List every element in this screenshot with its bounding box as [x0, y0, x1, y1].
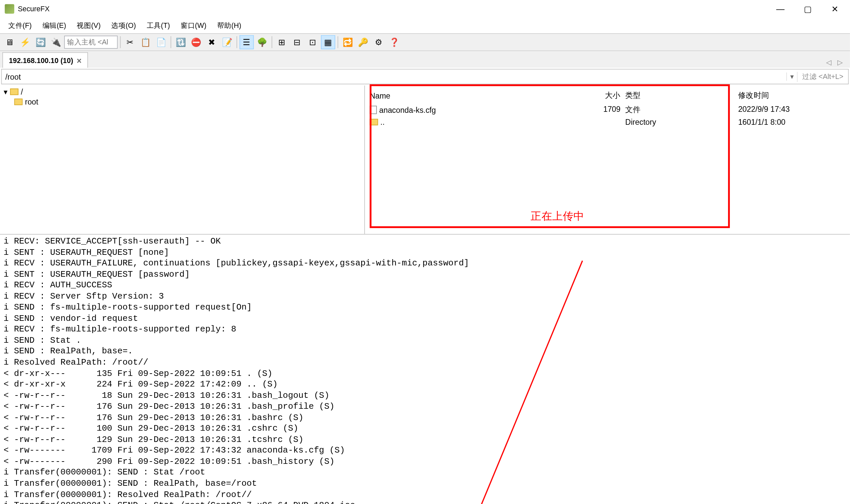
menu-options[interactable]: 选项(O)	[107, 19, 141, 32]
layout3-icon[interactable]: ⊡	[306, 35, 320, 50]
tab-next-icon[interactable]: ▷	[835, 57, 845, 68]
file-name: anaconda-ks.cfg	[379, 106, 436, 114]
col-type[interactable]: 类型	[625, 90, 738, 101]
menu-window[interactable]: 窗口(W)	[176, 19, 211, 32]
properties-icon[interactable]: 📝	[220, 35, 234, 50]
file-type: Directory	[625, 118, 738, 126]
minimize-button[interactable]: —	[767, 0, 794, 18]
tab-navigation: ◁ ▷	[824, 57, 848, 68]
toolbar: 🖥 ⚡ 🔄 🔌 ✂ 📋 📄 🔃 ⛔ ✖ 📝 ☰ 🌳 ⊞ ⊟ ⊡ ▦ 🔁 🔑 ⚙ …	[0, 33, 850, 51]
menu-view[interactable]: 视图(V)	[72, 19, 105, 32]
view-details-icon[interactable]: ☰	[239, 35, 254, 50]
close-button[interactable]: ✕	[821, 0, 849, 18]
menu-edit[interactable]: 编辑(E)	[37, 19, 71, 32]
filter-hint[interactable]: 过滤 <Alt+L>	[797, 72, 848, 82]
file-size: 1709	[578, 105, 625, 115]
window-controls: — ▢ ✕	[767, 0, 849, 18]
view-tree-icon[interactable]: 🌳	[255, 35, 269, 50]
tab-prev-icon[interactable]: ◁	[824, 57, 834, 68]
menu-bar: 文件(F) 编辑(E) 视图(V) 选项(O) 工具(T) 窗口(W) 帮助(H…	[0, 18, 850, 34]
file-type: 文件	[625, 105, 738, 115]
col-name[interactable]: Name	[369, 90, 578, 101]
app-icon	[5, 4, 14, 14]
path-bar[interactable]: /root ▾ 过滤 <Alt+L>	[1, 69, 849, 85]
help-icon[interactable]: ❓	[387, 35, 401, 50]
tree-item-root[interactable]: ▾ /	[1, 87, 363, 96]
menu-help[interactable]: 帮助(H)	[212, 19, 246, 32]
app-title: SecureFX	[18, 5, 50, 13]
main-content: ▾ / root Name 大小 类型 修改时间 anaconda-ks.cfg…	[0, 86, 850, 234]
file-size	[578, 118, 625, 126]
connect-icon[interactable]: 🖥	[2, 35, 17, 50]
col-size[interactable]: 大小	[578, 90, 625, 101]
tab-close-icon[interactable]: ×	[77, 55, 82, 65]
session-tab[interactable]: 192.168.100.10 (10) ×	[2, 52, 88, 68]
copy-icon[interactable]: 📋	[138, 35, 153, 50]
layout2-icon[interactable]: ⊟	[290, 35, 305, 50]
cut-icon[interactable]: ✂	[123, 35, 137, 50]
tab-label: 192.168.100.10 (10)	[9, 56, 73, 65]
menu-file[interactable]: 文件(F)	[4, 19, 36, 32]
host-input[interactable]	[64, 36, 118, 49]
log-pane[interactable]: i RECV: SERVICE_ACCEPT[ssh-userauth] -- …	[0, 234, 850, 504]
session-tab-bar: 192.168.100.10 (10) × ◁ ▷	[0, 51, 850, 68]
tree-label: root	[25, 97, 38, 107]
current-path: /root	[2, 72, 786, 81]
file-row[interactable]: .. Directory 1601/1/1 8:00	[369, 116, 845, 128]
tree-label: /	[21, 87, 23, 96]
reconnect-icon[interactable]: 🔄	[33, 35, 48, 50]
file-list-header[interactable]: Name 大小 类型 修改时间	[369, 88, 845, 104]
delete-icon[interactable]: ✖	[205, 35, 219, 50]
tree-item-folder[interactable]: root	[1, 97, 363, 107]
folder-icon	[369, 119, 378, 125]
file-date: 2022/9/9 17:43	[738, 105, 845, 115]
col-date[interactable]: 修改时间	[738, 90, 845, 101]
stop-icon[interactable]: ⛔	[189, 35, 203, 50]
layout4-icon[interactable]: ▦	[321, 35, 335, 50]
path-dropdown-icon[interactable]: ▾	[786, 72, 797, 80]
title-bar: SecureFX — ▢ ✕	[0, 0, 850, 18]
file-name: ..	[381, 118, 385, 126]
maximize-button[interactable]: ▢	[794, 0, 821, 18]
file-date: 1601/1/1 8:00	[738, 118, 845, 126]
menu-tools[interactable]: 工具(T)	[142, 19, 175, 32]
refresh-icon[interactable]: 🔃	[174, 35, 188, 50]
annotation-label: 正在上传中	[531, 209, 584, 223]
folder-tree[interactable]: ▾ / root	[0, 86, 365, 234]
sync-icon[interactable]: 🔁	[341, 35, 355, 50]
folder-icon	[14, 98, 22, 105]
file-list[interactable]: Name 大小 类型 修改时间 anaconda-ks.cfg 1709 文件 …	[365, 86, 850, 234]
key-icon[interactable]: 🔑	[356, 35, 370, 50]
disconnect-icon[interactable]: 🔌	[49, 35, 63, 50]
folder-icon	[10, 89, 18, 95]
paste-icon[interactable]: 📄	[154, 35, 168, 50]
file-row[interactable]: anaconda-ks.cfg 1709 文件 2022/9/9 17:43	[369, 103, 845, 116]
file-icon	[369, 106, 377, 114]
options-icon[interactable]: ⚙	[371, 35, 386, 50]
expand-icon[interactable]: ▾	[4, 87, 8, 96]
layout1-icon[interactable]: ⊞	[275, 35, 289, 50]
quick-connect-icon[interactable]: ⚡	[18, 35, 32, 50]
